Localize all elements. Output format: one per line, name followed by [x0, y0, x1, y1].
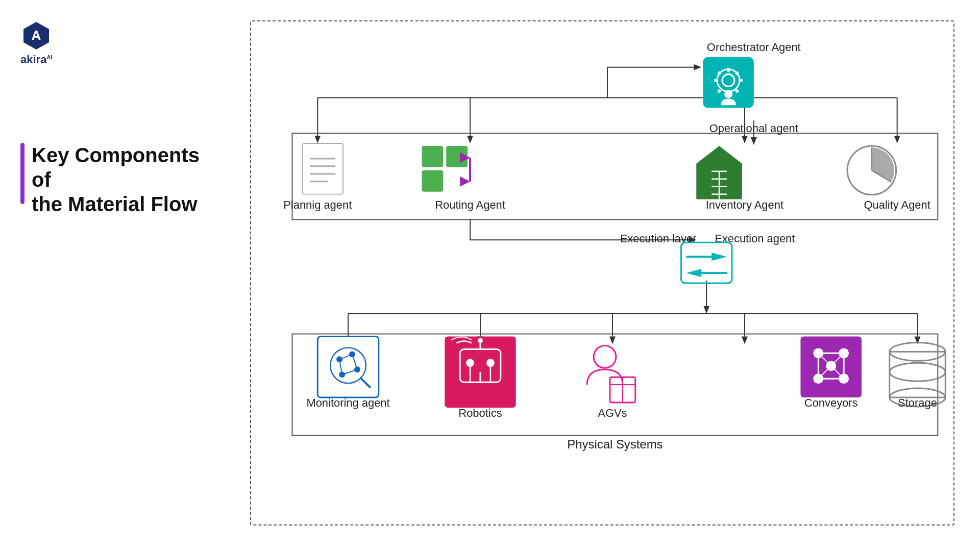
inventory-icon [696, 146, 742, 199]
svg-marker-15 [751, 137, 757, 145]
routing-label: Routing Agent [435, 198, 505, 211]
svg-marker-4 [314, 136, 321, 143]
svg-marker-55 [460, 177, 470, 187]
logo-text: akiraAI [20, 53, 52, 66]
quality-label: Quality Agent [864, 198, 930, 211]
svg-rect-37 [727, 68, 730, 72]
logo-area: A akiraAI [20, 20, 52, 66]
operational-label: Operational agent [709, 122, 798, 135]
svg-rect-40 [739, 79, 743, 82]
svg-marker-13 [894, 136, 900, 143]
heading-text: Key Components of the Material Flow [32, 143, 214, 216]
diagram-container: Orchestrator Agent Operational agent [250, 20, 954, 525]
quality-icon [847, 146, 896, 195]
agvs-label: AGVs [598, 407, 627, 419]
robotics-label: Robotics [458, 407, 502, 419]
svg-rect-16 [292, 133, 938, 219]
storage-label: Storage [898, 396, 937, 409]
planning-icon [302, 143, 343, 194]
planning-label: Plannig agent [283, 198, 352, 211]
monitoring-label: Monitoring agent [306, 396, 389, 409]
agvs-icon [587, 345, 635, 403]
svg-rect-53 [422, 170, 443, 192]
diagram-svg: Orchestrator Agent Operational agent [251, 21, 953, 524]
orchestrator-label: Orchestrator Agent [707, 41, 801, 54]
svg-rect-46 [302, 143, 343, 194]
physical-systems-label: Physical Systems [567, 437, 663, 451]
svg-marker-6 [467, 136, 473, 143]
logo-icon: A [21, 20, 52, 51]
heading-area: Key Components of the Material Flow [20, 143, 214, 216]
svg-marker-28 [609, 336, 616, 344]
svg-marker-30 [742, 336, 748, 344]
monitoring-box [317, 336, 379, 397]
svg-point-45 [724, 90, 732, 98]
heading-bar [20, 143, 24, 204]
svg-point-89 [594, 345, 616, 368]
conveyors-label: Conveyors [804, 396, 858, 409]
svg-point-82 [466, 359, 474, 367]
svg-point-109 [890, 363, 946, 381]
inventory-label: Inventory Agent [706, 198, 783, 211]
svg-rect-39 [714, 79, 718, 82]
svg-marker-69 [686, 269, 701, 277]
routing-icon [422, 146, 470, 192]
conveyors-icon [813, 348, 849, 384]
svg-text:A: A [32, 28, 41, 43]
svg-marker-21 [703, 306, 709, 314]
svg-marker-9 [694, 64, 701, 70]
svg-rect-51 [422, 146, 443, 167]
svg-point-83 [486, 359, 495, 367]
svg-rect-66 [681, 242, 732, 283]
svg-point-88 [478, 338, 483, 343]
svg-marker-11 [742, 136, 748, 143]
svg-marker-67 [712, 253, 727, 261]
